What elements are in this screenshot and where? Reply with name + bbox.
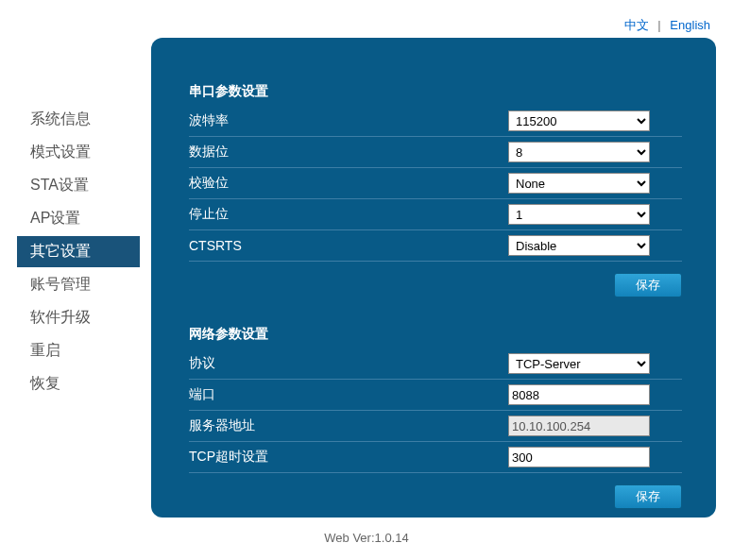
input-port[interactable] (508, 384, 650, 405)
label-server-addr: 服务器地址 (189, 417, 508, 434)
lang-zh-link[interactable]: 中文 (624, 18, 649, 32)
label-data-bits: 数据位 (189, 144, 508, 161)
sidebar-item-mode[interactable]: 模式设置 (17, 137, 140, 168)
sidebar-item-upgrade[interactable]: 软件升级 (17, 302, 140, 333)
footer-version: Web Ver:1.0.14 (0, 531, 733, 545)
network-save-button[interactable]: 保存 (614, 484, 682, 509)
language-bar: 中文 | English (624, 17, 710, 34)
select-ctsrts[interactable]: Disable (508, 235, 650, 256)
row-port: 端口 (189, 380, 682, 411)
row-data-bits: 数据位 8 (189, 137, 682, 168)
select-parity[interactable]: None (508, 173, 650, 194)
sidebar-item-restart[interactable]: 重启 (17, 335, 140, 366)
select-baud[interactable]: 115200 (508, 110, 650, 131)
input-server-addr (508, 416, 650, 436)
row-parity: 校验位 None (189, 168, 682, 199)
sidebar-item-ap[interactable]: AP设置 (17, 203, 140, 234)
sidebar-item-account[interactable]: 账号管理 (17, 269, 140, 300)
input-tcp-timeout[interactable] (508, 447, 650, 467)
sidebar-item-other[interactable]: 其它设置 (17, 236, 140, 267)
label-stop-bits: 停止位 (189, 206, 508, 223)
select-protocol[interactable]: TCP-Server (508, 353, 650, 374)
label-baud: 波特率 (189, 112, 508, 129)
row-tcp-timeout: TCP超时设置 (189, 442, 682, 473)
label-parity: 校验位 (189, 175, 508, 192)
row-server-addr: 服务器地址 (189, 411, 682, 442)
label-port: 端口 (189, 386, 508, 403)
sidebar-item-sta[interactable]: STA设置 (17, 170, 140, 201)
lang-separator: | (657, 18, 660, 32)
serial-section-title: 串口参数设置 (189, 83, 682, 100)
sidebar: 系统信息 模式设置 STA设置 AP设置 其它设置 账号管理 软件升级 重启 恢… (17, 104, 140, 401)
label-tcp-timeout: TCP超时设置 (189, 449, 508, 466)
network-section-title: 网络参数设置 (189, 326, 682, 343)
row-baud: 波特率 115200 (189, 106, 682, 137)
label-protocol: 协议 (189, 355, 508, 372)
select-data-bits[interactable]: 8 (508, 142, 650, 162)
lang-en-link[interactable]: English (670, 18, 710, 32)
label-ctsrts: CTSRTS (189, 238, 508, 253)
row-stop-bits: 停止位 1 (189, 199, 682, 230)
select-stop-bits[interactable]: 1 (508, 204, 650, 225)
sidebar-item-system-info[interactable]: 系统信息 (17, 104, 140, 135)
sidebar-item-restore[interactable]: 恢复 (17, 368, 140, 399)
row-ctsrts: CTSRTS Disable (189, 230, 682, 262)
main-panel: 串口参数设置 波特率 115200 数据位 8 校验位 None 停止位 1 C… (151, 38, 716, 518)
row-protocol: 协议 TCP-Server (189, 348, 682, 380)
serial-save-button[interactable]: 保存 (614, 273, 682, 297)
